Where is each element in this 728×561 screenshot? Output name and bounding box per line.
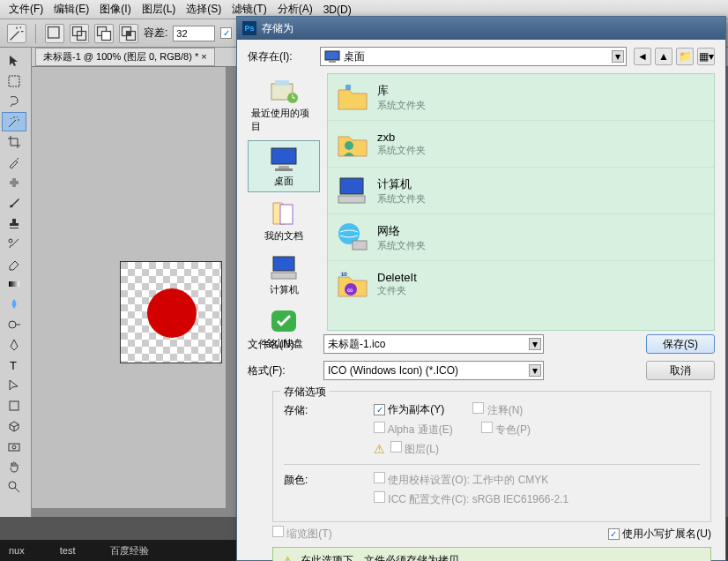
zoom-tool[interactable] xyxy=(2,477,26,497)
file-name: 计算机 xyxy=(377,176,426,192)
selection-mode-intersect-icon[interactable] xyxy=(119,24,138,43)
sidebar-item-recent[interactable]: 最近使用的项目 xyxy=(248,73,320,137)
camera-tool[interactable] xyxy=(2,437,26,456)
stamp-tool[interactable] xyxy=(2,213,26,233)
format-label: 格式(F): xyxy=(248,363,318,378)
chevron-down-icon[interactable]: ▾ xyxy=(612,50,624,63)
shape-tool[interactable] xyxy=(2,396,26,415)
marquee-tool[interactable] xyxy=(2,71,26,91)
svg-rect-30 xyxy=(273,257,294,271)
file-item-user[interactable]: zxb系统文件夹 xyxy=(328,121,714,168)
hand-tool[interactable] xyxy=(2,457,26,476)
warning-icon: ⚠ xyxy=(282,554,293,562)
warning-icon: ⚠ xyxy=(374,442,385,456)
eraser-tool[interactable] xyxy=(2,254,26,273)
filename-label: 文件名(N): xyxy=(248,337,318,352)
svg-text:∞: ∞ xyxy=(347,286,353,295)
move-tool[interactable] xyxy=(2,51,26,71)
file-type: 系统文件夹 xyxy=(377,192,426,206)
format-value: ICO (Windows Icon) (*.ICO) xyxy=(328,364,458,377)
lasso-tool[interactable] xyxy=(2,92,26,111)
svg-rect-31 xyxy=(271,273,296,279)
type-tool[interactable]: T xyxy=(2,355,26,375)
crop-tool[interactable] xyxy=(2,132,26,152)
eyedropper-tool[interactable] xyxy=(2,153,26,172)
svg-rect-7 xyxy=(127,31,131,35)
svg-text:10: 10 xyxy=(341,272,347,277)
file-list[interactable]: 库系统文件夹 zxb系统文件夹 计算机系统文件夹 网络系统文件夹 ∞10 Del… xyxy=(327,73,715,331)
file-item-network[interactable]: 网络系统文件夹 xyxy=(328,214,714,261)
red-circle-shape xyxy=(147,288,197,338)
file-item-computer[interactable]: 计算机系统文件夹 xyxy=(328,168,714,214)
wand-tool[interactable] xyxy=(2,112,26,131)
selection-mode-add-icon[interactable] xyxy=(70,24,89,43)
file-item-libraries[interactable]: 库系统文件夹 xyxy=(328,74,714,121)
file-name: zxb xyxy=(377,131,426,144)
sidebar-item-documents[interactable]: 我的文档 xyxy=(248,196,320,246)
file-item-folder[interactable]: ∞10 DeleteIt文件夹 xyxy=(328,261,714,307)
selection-mode-sub-icon[interactable] xyxy=(94,24,114,43)
sidebar-item-desktop[interactable]: 桌面 xyxy=(248,140,320,192)
brush-tool[interactable] xyxy=(2,193,26,213)
dodge-tool[interactable] xyxy=(2,315,26,334)
view-menu-icon[interactable]: ▦▾ xyxy=(697,48,715,65)
path-tool[interactable] xyxy=(2,376,26,395)
opt-label: 注释(N) xyxy=(487,404,524,416)
chevron-down-icon[interactable]: ▾ xyxy=(529,364,541,377)
save-in-label: 保存在(I): xyxy=(248,49,313,64)
gradient-tool[interactable] xyxy=(2,274,26,294)
filename-input[interactable]: 未标题-1.ico▾ xyxy=(323,334,544,354)
menu-layer[interactable]: 图层(L) xyxy=(137,0,182,19)
sidebar-item-label: 最近使用的项目 xyxy=(251,107,316,133)
wand-tool-icon[interactable] xyxy=(7,24,26,43)
menu-3d[interactable]: 3D(D) xyxy=(318,2,357,18)
opt-label: 作为副本(Y) xyxy=(388,403,444,415)
chevron-down-icon[interactable]: ▾ xyxy=(529,338,541,350)
selection-mode-new-icon[interactable] xyxy=(45,24,64,43)
history-brush-tool[interactable] xyxy=(2,234,26,253)
canvas-viewport[interactable] xyxy=(32,67,226,508)
svg-rect-22 xyxy=(329,61,336,63)
svg-point-13 xyxy=(9,321,16,328)
new-folder-icon[interactable]: 📁 xyxy=(676,48,694,65)
file-type: 系统文件夹 xyxy=(377,144,426,157)
cancel-button[interactable]: 取消 xyxy=(646,361,715,380)
taskbar-item[interactable]: nux xyxy=(9,545,25,556)
color-label: 颜色: xyxy=(284,473,368,488)
taskbar-item[interactable]: 百度经验 xyxy=(110,544,149,557)
pen-tool[interactable] xyxy=(2,335,26,355)
document-tab[interactable]: 未标题-1 @ 100% (图层 0, RGB/8) * × xyxy=(35,48,215,66)
options-legend: 存储选项 xyxy=(280,385,330,400)
svg-rect-21 xyxy=(325,51,339,60)
antialias-checkbox[interactable]: ✓ xyxy=(220,27,232,39)
svg-rect-17 xyxy=(9,444,19,451)
blur-tool[interactable] xyxy=(2,295,26,314)
format-combo[interactable]: ICO (Windows Icon) (*.ICO)▾ xyxy=(323,361,544,380)
up-icon[interactable]: ▲ xyxy=(655,48,672,65)
taskbar-item[interactable]: test xyxy=(60,545,76,556)
file-type: 系统文件夹 xyxy=(377,239,426,252)
menu-image[interactable]: 图像(I) xyxy=(94,0,136,19)
svg-rect-33 xyxy=(345,85,351,90)
back-icon[interactable]: ◄ xyxy=(634,48,651,65)
layers-checkbox: 图层(L) xyxy=(390,441,439,457)
dialog-titlebar[interactable]: Ps 存储为 xyxy=(237,17,725,40)
svg-line-20 xyxy=(15,488,19,492)
save-in-combo[interactable]: 桌面 ▾ xyxy=(320,47,627,66)
copy-checkbox[interactable]: ✓ 作为副本(Y) xyxy=(374,402,444,418)
places-sidebar: 最近使用的项目 桌面 我的文档 计算机 金山快盘 xyxy=(248,73,320,331)
menu-select[interactable]: 选择(S) xyxy=(181,0,227,19)
svg-point-18 xyxy=(12,445,16,449)
svg-rect-27 xyxy=(279,166,289,168)
menu-edit[interactable]: 编辑(E) xyxy=(48,0,94,19)
menu-file[interactable]: 文件(F) xyxy=(4,0,48,19)
tolerance-input[interactable] xyxy=(173,26,215,41)
canvas[interactable] xyxy=(120,261,222,363)
svg-rect-16 xyxy=(10,401,19,410)
3d-tool[interactable] xyxy=(2,416,26,436)
heal-tool[interactable] xyxy=(2,173,26,192)
lowercase-ext-checkbox[interactable]: ✓ 使用小写扩展名(U) xyxy=(608,527,711,542)
save-button[interactable]: 保存(S) xyxy=(646,334,715,354)
alpha-checkbox: Alpha 通道(E) xyxy=(374,422,453,438)
sidebar-item-computer[interactable]: 计算机 xyxy=(248,250,320,300)
